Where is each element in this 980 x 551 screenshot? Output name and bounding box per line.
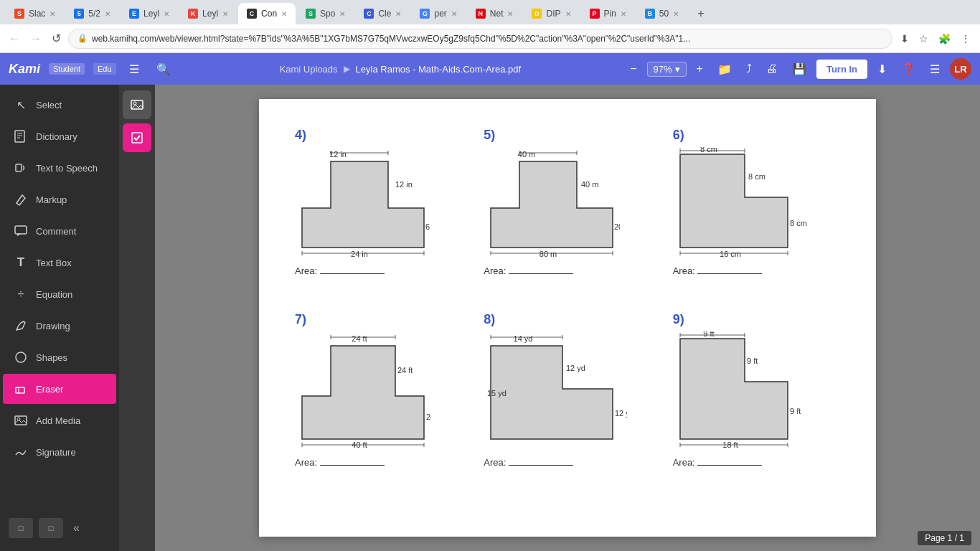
sidebar-item-tts[interactable]: Text to Speech	[3, 153, 116, 183]
sidebar-label-addmedia: Add Media	[36, 415, 80, 426]
turn-in-button[interactable]: Turn In	[816, 60, 867, 79]
tab-favicon-dip: D	[532, 9, 542, 19]
help-icon[interactable]: ❓	[897, 60, 920, 79]
tab-new[interactable]: +	[689, 3, 712, 24]
area-label-4: Area:	[295, 265, 462, 276]
open-folder-icon[interactable]: 📁	[713, 60, 736, 79]
svg-rect-5	[15, 226, 27, 234]
more-options-icon[interactable]: ☰	[925, 60, 944, 79]
search-icon[interactable]: 🔍	[152, 60, 175, 79]
tab-close-spo[interactable]: ✕	[339, 10, 345, 18]
menu-icon[interactable]: ⋮	[957, 31, 974, 47]
tab-close-cle[interactable]: ✕	[395, 10, 401, 18]
area-label-8: Area:	[484, 457, 651, 468]
tab-label-pin: Pin	[604, 9, 616, 19]
svg-text:16 cm: 16 cm	[720, 250, 741, 258]
tab-net[interactable]: N Net ✕	[467, 3, 522, 24]
svg-text:40 m: 40 m	[518, 150, 535, 159]
sidebar-item-textbox[interactable]: T Text Box	[3, 248, 116, 278]
collapse-sidebar-button[interactable]: «	[69, 522, 84, 534]
svg-text:9 ft: 9 ft	[790, 407, 801, 415]
panel-btn-1[interactable]: □	[9, 518, 33, 538]
kami-toolbar: Kami Student Edu ☰ 🔍 Kami Uploads ▶ Leyl…	[0, 53, 980, 85]
tab-close-leyl1[interactable]: ✕	[164, 10, 169, 18]
tab-close-50[interactable]: ✕	[673, 10, 679, 18]
signature-icon	[13, 444, 29, 460]
markup-icon	[13, 192, 29, 207]
svg-rect-9	[15, 416, 27, 425]
content-area[interactable]: 4) 12 in 12 in 24 in 6 in	[155, 85, 980, 551]
new-tab-icon: +	[697, 7, 704, 20]
svg-marker-58	[491, 346, 613, 439]
tab-close-per[interactable]: ✕	[451, 10, 457, 18]
sidebar-label-eraser: Eraser	[36, 384, 63, 395]
tab-label-slack: Slac	[29, 9, 45, 19]
shape-4: 12 in 12 in 24 in 6 in	[295, 147, 431, 258]
tab-favicon-50: B	[645, 9, 655, 19]
tab-close-leyl2[interactable]: ✕	[222, 10, 228, 18]
svg-text:12 yd: 12 yd	[615, 409, 627, 418]
sidebar-label-drawing: Drawing	[36, 321, 70, 331]
print-icon[interactable]: 🖨	[762, 60, 782, 78]
panel-btn-2[interactable]: □	[39, 518, 63, 538]
tab-con[interactable]: C Con ✕	[238, 3, 296, 24]
sidebar-item-markup[interactable]: Markup	[3, 184, 116, 215]
eraser-sub-panel	[119, 85, 155, 551]
tab-dip[interactable]: D DIP ✕	[523, 3, 579, 24]
download-icon[interactable]: ⬇	[897, 31, 913, 47]
select-icon: ↖	[13, 97, 29, 113]
problem-4-num: 4)	[295, 128, 462, 143]
extensions-icon[interactable]: 🧩	[935, 31, 954, 47]
sidebar-item-equation[interactable]: ÷ Equation	[3, 279, 116, 309]
uploads-link[interactable]: Kami Uploads	[280, 64, 338, 75]
sidebar-item-shapes[interactable]: Shapes	[3, 342, 116, 372]
tab-leyl1[interactable]: E Leyl ✕	[121, 3, 178, 24]
zoom-in-button[interactable]: +	[692, 60, 707, 78]
tab-close-slack[interactable]: ✕	[50, 10, 55, 18]
tab-52[interactable]: 5 5/2 ✕	[65, 3, 119, 24]
share-icon[interactable]: ⤴	[742, 60, 756, 78]
reload-button[interactable]: ↺	[49, 29, 64, 48]
tab-close-pin[interactable]: ✕	[621, 10, 626, 18]
tab-favicon-con: C	[247, 9, 257, 19]
tab-favicon-net: N	[476, 9, 486, 19]
shapes-icon	[13, 349, 29, 365]
avatar[interactable]: LR	[950, 58, 971, 80]
svg-text:12 in: 12 in	[395, 180, 413, 189]
tab-cle[interactable]: C Cle ✕	[355, 3, 410, 24]
tab-label-leyl2: Leyl	[202, 9, 218, 19]
forward-button[interactable]: →	[27, 29, 44, 48]
tab-50[interactable]: B 50 ✕	[636, 3, 687, 24]
tab-favicon-per: G	[420, 9, 430, 19]
sidebar-item-comment[interactable]: Comment	[3, 216, 116, 246]
sidebar-item-select[interactable]: ↖ Select	[3, 90, 116, 120]
sidebar-item-drawing[interactable]: Drawing	[3, 311, 116, 341]
tab-close-52[interactable]: ✕	[105, 10, 110, 18]
problem-5-num: 5)	[484, 128, 651, 143]
sidebar-item-signature[interactable]: Signature	[3, 437, 116, 467]
tab-close-dip[interactable]: ✕	[565, 10, 571, 18]
tab-per[interactable]: G per ✕	[411, 3, 465, 24]
sidebar-item-dictionary[interactable]: Dictionary	[3, 121, 116, 151]
url-bar[interactable]: 🔒 web.kamihq.com/web/viewer.html?state=%…	[68, 29, 892, 49]
tab-pin[interactable]: P Pin ✕	[581, 3, 635, 24]
tab-close-net[interactable]: ✕	[507, 10, 513, 18]
tab-slack[interactable]: S Slac ✕	[6, 3, 64, 24]
zoom-out-button[interactable]: −	[626, 60, 641, 78]
sidebar-item-eraser[interactable]: Eraser	[3, 374, 116, 404]
save-icon[interactable]: 💾	[788, 60, 811, 79]
tab-spo[interactable]: S Spo ✕	[297, 3, 354, 24]
tab-close-con[interactable]: ✕	[281, 10, 287, 18]
eraser-sub-btn-1[interactable]	[123, 90, 151, 119]
sidebar-label-markup: Markup	[36, 194, 67, 205]
eraser-sub-btn-2[interactable]	[123, 123, 151, 152]
tab-favicon-leyl1: E	[129, 9, 139, 19]
tab-leyl2[interactable]: K Leyl ✕	[179, 3, 237, 24]
bookmark-icon[interactable]: ☆	[915, 31, 932, 47]
sidebar-toggle-icon[interactable]: ☰	[125, 60, 143, 79]
problem-6-num: 6)	[673, 128, 840, 143]
back-button[interactable]: ←	[6, 29, 23, 48]
download-icon[interactable]: ⬇	[873, 60, 891, 79]
svg-marker-66	[680, 339, 788, 439]
sidebar-item-addmedia[interactable]: Add Media	[3, 405, 116, 435]
